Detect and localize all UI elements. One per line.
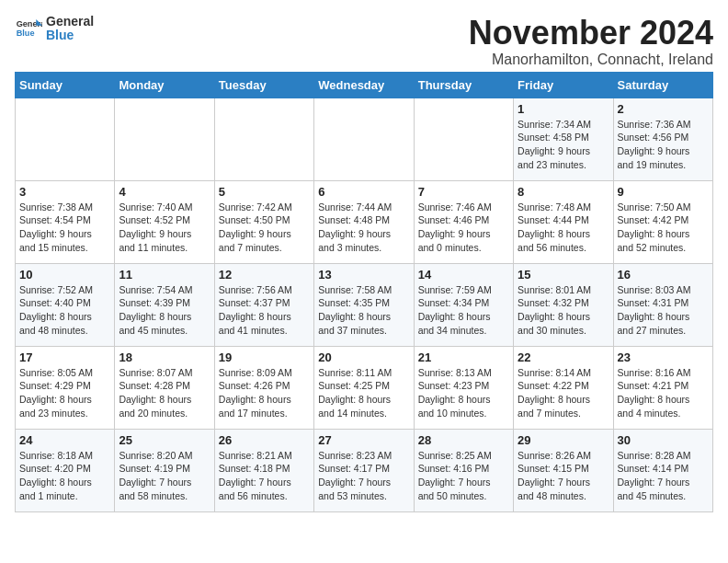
weekday-header-row: SundayMondayTuesdayWednesdayThursdayFrid… [16,72,713,98]
calendar-cell: 15Sunrise: 8:01 AM Sunset: 4:32 PM Dayli… [514,263,613,346]
calendar-cell: 21Sunrise: 8:13 AM Sunset: 4:23 PM Dayli… [414,346,513,429]
day-info: Sunrise: 8:18 AM Sunset: 4:20 PM Dayligh… [19,449,110,503]
calendar-cell: 20Sunrise: 8:11 AM Sunset: 4:25 PM Dayli… [314,346,414,429]
day-number: 15 [518,268,609,282]
day-number: 25 [119,433,210,447]
day-info: Sunrise: 8:07 AM Sunset: 4:28 PM Dayligh… [119,366,210,420]
day-number: 29 [518,433,609,447]
calendar-cell: 12Sunrise: 7:56 AM Sunset: 4:37 PM Dayli… [214,263,313,346]
day-number: 28 [418,433,509,447]
day-info: Sunrise: 7:40 AM Sunset: 4:52 PM Dayligh… [119,201,210,255]
day-info: Sunrise: 8:25 AM Sunset: 4:16 PM Dayligh… [418,449,509,503]
day-info: Sunrise: 8:01 AM Sunset: 4:32 PM Dayligh… [518,283,609,338]
calendar-table: SundayMondayTuesdayWednesdayThursdayFrid… [15,72,713,512]
day-number: 4 [119,185,210,199]
page-header: General Blue General Blue November 2024 … [15,15,713,68]
day-number: 6 [318,185,409,199]
day-info: Sunrise: 7:48 AM Sunset: 4:44 PM Dayligh… [518,201,609,255]
day-number: 24 [19,433,110,447]
day-number: 18 [119,350,210,364]
logo-icon: General Blue [15,15,42,42]
week-row-1: 1Sunrise: 7:34 AM Sunset: 4:58 PM Daylig… [16,98,713,180]
calendar-cell: 14Sunrise: 7:59 AM Sunset: 4:34 PM Dayli… [414,263,513,346]
calendar-cell: 24Sunrise: 8:18 AM Sunset: 4:20 PM Dayli… [16,429,115,511]
svg-text:Blue: Blue [17,29,35,39]
calendar-cell [214,98,313,180]
calendar-cell [115,98,214,180]
day-info: Sunrise: 8:11 AM Sunset: 4:25 PM Dayligh… [318,366,409,420]
day-info: Sunrise: 7:38 AM Sunset: 4:54 PM Dayligh… [19,201,110,255]
week-row-4: 17Sunrise: 8:05 AM Sunset: 4:29 PM Dayli… [16,346,713,429]
calendar-cell: 18Sunrise: 8:07 AM Sunset: 4:28 PM Dayli… [115,346,214,429]
logo-general: General [46,14,94,29]
day-info: Sunrise: 8:13 AM Sunset: 4:23 PM Dayligh… [418,366,509,420]
day-number: 12 [219,268,310,282]
day-number: 26 [219,433,310,447]
logo: General Blue General Blue [15,15,94,43]
calendar-cell: 5Sunrise: 7:42 AM Sunset: 4:50 PM Daylig… [214,180,313,263]
day-info: Sunrise: 7:36 AM Sunset: 4:56 PM Dayligh… [618,118,709,172]
day-info: Sunrise: 8:20 AM Sunset: 4:19 PM Dayligh… [119,449,210,503]
day-info: Sunrise: 7:59 AM Sunset: 4:34 PM Dayligh… [418,283,509,338]
calendar-cell [414,98,513,180]
weekday-header-friday: Friday [514,72,613,98]
day-number: 16 [618,268,709,282]
day-number: 11 [119,268,210,282]
weekday-header-tuesday: Tuesday [214,72,313,98]
day-info: Sunrise: 7:58 AM Sunset: 4:35 PM Dayligh… [318,283,409,338]
calendar-cell: 11Sunrise: 7:54 AM Sunset: 4:39 PM Dayli… [115,263,214,346]
day-info: Sunrise: 8:03 AM Sunset: 4:31 PM Dayligh… [618,283,709,338]
calendar-cell: 28Sunrise: 8:25 AM Sunset: 4:16 PM Dayli… [414,429,513,511]
day-number: 30 [618,433,709,447]
calendar-cell [314,98,414,180]
calendar-cell: 13Sunrise: 7:58 AM Sunset: 4:35 PM Dayli… [314,263,414,346]
weekday-header-monday: Monday [115,72,214,98]
weekday-header-thursday: Thursday [414,72,513,98]
day-info: Sunrise: 7:34 AM Sunset: 4:58 PM Dayligh… [518,118,609,172]
day-number: 5 [219,185,310,199]
day-info: Sunrise: 7:56 AM Sunset: 4:37 PM Dayligh… [219,283,310,338]
day-number: 27 [318,433,409,447]
calendar-title: November 2024 [469,15,713,52]
day-info: Sunrise: 8:26 AM Sunset: 4:15 PM Dayligh… [518,449,609,503]
day-info: Sunrise: 7:54 AM Sunset: 4:39 PM Dayligh… [119,283,210,338]
day-info: Sunrise: 7:50 AM Sunset: 4:42 PM Dayligh… [618,201,709,255]
calendar-cell: 1Sunrise: 7:34 AM Sunset: 4:58 PM Daylig… [514,98,613,180]
day-number: 2 [618,102,709,116]
day-number: 20 [318,350,409,364]
day-info: Sunrise: 8:05 AM Sunset: 4:29 PM Dayligh… [19,366,110,420]
calendar-cell: 23Sunrise: 8:16 AM Sunset: 4:21 PM Dayli… [613,346,712,429]
day-number: 9 [618,185,709,199]
calendar-cell: 30Sunrise: 8:28 AM Sunset: 4:14 PM Dayli… [613,429,712,511]
day-number: 7 [418,185,509,199]
day-info: Sunrise: 7:52 AM Sunset: 4:40 PM Dayligh… [19,283,110,338]
calendar-cell: 8Sunrise: 7:48 AM Sunset: 4:44 PM Daylig… [514,180,613,263]
title-block: November 2024 Manorhamilton, Connacht, I… [469,15,713,68]
calendar-cell: 9Sunrise: 7:50 AM Sunset: 4:42 PM Daylig… [613,180,712,263]
calendar-cell: 16Sunrise: 8:03 AM Sunset: 4:31 PM Dayli… [613,263,712,346]
day-info: Sunrise: 8:28 AM Sunset: 4:14 PM Dayligh… [618,449,709,503]
day-number: 10 [19,268,110,282]
week-row-3: 10Sunrise: 7:52 AM Sunset: 4:40 PM Dayli… [16,263,713,346]
calendar-cell: 29Sunrise: 8:26 AM Sunset: 4:15 PM Dayli… [514,429,613,511]
day-number: 17 [19,350,110,364]
weekday-header-sunday: Sunday [16,72,115,98]
calendar-cell: 4Sunrise: 7:40 AM Sunset: 4:52 PM Daylig… [115,180,214,263]
day-number: 21 [418,350,509,364]
day-info: Sunrise: 7:46 AM Sunset: 4:46 PM Dayligh… [418,201,509,255]
calendar-cell: 6Sunrise: 7:44 AM Sunset: 4:48 PM Daylig… [314,180,414,263]
calendar-cell: 22Sunrise: 8:14 AM Sunset: 4:22 PM Dayli… [514,346,613,429]
day-info: Sunrise: 8:09 AM Sunset: 4:26 PM Dayligh… [219,366,310,420]
week-row-5: 24Sunrise: 8:18 AM Sunset: 4:20 PM Dayli… [16,429,713,511]
calendar-cell: 2Sunrise: 7:36 AM Sunset: 4:56 PM Daylig… [613,98,712,180]
calendar-cell: 7Sunrise: 7:46 AM Sunset: 4:46 PM Daylig… [414,180,513,263]
week-row-2: 3Sunrise: 7:38 AM Sunset: 4:54 PM Daylig… [16,180,713,263]
day-number: 14 [418,268,509,282]
calendar-cell: 17Sunrise: 8:05 AM Sunset: 4:29 PM Dayli… [16,346,115,429]
day-number: 3 [19,185,110,199]
day-number: 19 [219,350,310,364]
calendar-cell: 26Sunrise: 8:21 AM Sunset: 4:18 PM Dayli… [214,429,313,511]
calendar-cell: 19Sunrise: 8:09 AM Sunset: 4:26 PM Dayli… [214,346,313,429]
logo-blue: Blue [46,28,74,42]
calendar-cell [16,98,115,180]
